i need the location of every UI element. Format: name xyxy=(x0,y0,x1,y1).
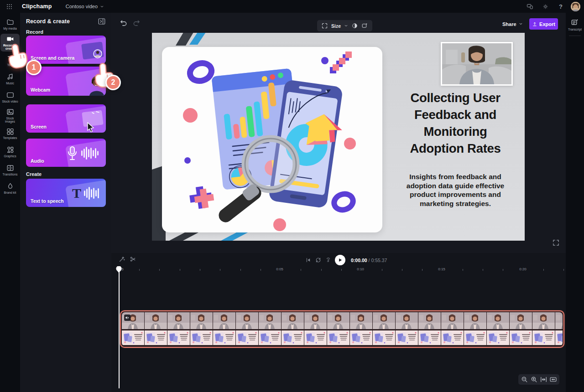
video-thumbnail xyxy=(373,312,395,329)
export-icon xyxy=(532,21,537,27)
canvas-toolbar: Size xyxy=(317,20,372,31)
create-section-label: Create xyxy=(26,171,42,177)
analytics-illustration xyxy=(162,47,382,232)
chevron-down-icon xyxy=(344,24,348,28)
chevron-down-icon xyxy=(519,22,523,26)
video-thumbnail xyxy=(396,312,418,329)
playhead[interactable] xyxy=(116,266,122,388)
video-thumbnail xyxy=(190,312,213,329)
brand-kit-icon xyxy=(6,182,14,190)
filters-icon[interactable] xyxy=(361,22,368,29)
video-thumbnail xyxy=(259,312,281,329)
video-thumbnail xyxy=(167,312,190,329)
current-time: 0:00.00 xyxy=(351,258,367,263)
user-avatar[interactable] xyxy=(571,2,580,11)
stock-video-icon xyxy=(6,91,14,99)
zoom-out-icon[interactable] xyxy=(521,376,528,383)
video-thumbnail xyxy=(418,312,441,329)
slide-thumbnail xyxy=(145,330,167,345)
video-preview-stage[interactable]: Collecting User Feedback and Monitoring … xyxy=(152,33,525,241)
devices-icon[interactable] xyxy=(524,1,535,12)
sidebar-item-templates[interactable]: Templates xyxy=(0,125,20,143)
slide-thumbnail xyxy=(213,330,235,345)
play-button[interactable] xyxy=(335,255,345,265)
slide-thumbnail xyxy=(441,330,464,345)
video-thumbnail xyxy=(555,312,563,329)
zoom-in-icon[interactable] xyxy=(530,376,538,383)
slide-title[interactable]: Collecting User Feedback and Monitoring … xyxy=(384,89,525,157)
audio-muted-badge xyxy=(124,315,130,321)
time-display: 0:00.00 / 0:55.37 xyxy=(351,258,387,263)
slide-thumbnail xyxy=(259,330,281,345)
slide-thumbnail xyxy=(555,330,563,345)
audio-card[interactable]: Audio xyxy=(26,139,106,167)
slide-thumbnail xyxy=(327,330,349,345)
music-icon xyxy=(6,73,14,81)
skip-to-start-icon[interactable] xyxy=(305,257,312,263)
app-launcher-icon[interactable] xyxy=(3,0,16,13)
magic-wand-icon[interactable] xyxy=(119,256,125,263)
slide-thumbnail xyxy=(487,330,509,345)
transcript-icon[interactable] xyxy=(571,18,579,26)
templates-icon xyxy=(6,128,14,135)
time-ruler[interactable]: 0:05 0:10 0:15 0:20 0:25 xyxy=(120,267,565,273)
selected-clip-group[interactable] xyxy=(120,310,564,348)
project-name: Contoso video xyxy=(66,4,98,9)
collapse-panel-icon[interactable] xyxy=(98,17,106,26)
svg-text:T: T xyxy=(72,186,81,201)
effects-icon[interactable] xyxy=(351,22,358,29)
sidebar-item-brand-kit[interactable]: Brand kit xyxy=(0,180,20,197)
help-icon[interactable]: ? xyxy=(555,1,566,12)
slide-thumbnail xyxy=(373,330,395,345)
size-button[interactable]: Size xyxy=(331,23,341,29)
transcript-label: Transcript xyxy=(568,28,582,31)
audio-art xyxy=(64,144,105,163)
scrub-audio-icon[interactable] xyxy=(325,257,332,263)
video-thumbnail xyxy=(327,312,349,329)
loop-icon[interactable] xyxy=(315,257,322,263)
slide-body-text[interactable]: Insights from feedback and adoption data… xyxy=(393,172,518,208)
text-to-speech-card[interactable]: T Text to speech xyxy=(26,179,106,207)
sidebar-item-music[interactable]: Music xyxy=(0,70,20,88)
sidebar-item-my-media[interactable]: My media xyxy=(0,15,20,33)
total-time: / 0:55.37 xyxy=(369,258,387,263)
ruler-label: 0:15 xyxy=(437,267,447,271)
video-thumbnail xyxy=(464,312,486,329)
share-button[interactable]: Share xyxy=(499,19,527,29)
transport-controls: 0:00.00 / 0:55.37 xyxy=(305,255,387,265)
project-name-dropdown[interactable]: Contoso video xyxy=(66,4,104,9)
video-thumbnail xyxy=(350,312,372,329)
settings-gear-icon[interactable] xyxy=(540,1,551,12)
screen-and-camera-card[interactable]: Screen and camera xyxy=(26,36,106,64)
fit-to-width-icon[interactable] xyxy=(540,376,548,383)
zoom-to-fit-icon[interactable] xyxy=(549,376,557,383)
slide-thumbnail xyxy=(282,330,304,345)
tutorial-step-2-badge: 2 xyxy=(105,75,121,90)
sidebar-item-transitions[interactable]: Transitions xyxy=(0,161,20,179)
graphics-icon xyxy=(6,146,14,154)
video-thumbnail xyxy=(487,312,509,329)
video-camera-icon xyxy=(6,35,14,43)
ruler-label: 0:20 xyxy=(518,267,528,271)
sidebar-item-graphics[interactable]: Graphics xyxy=(0,143,20,161)
timeline-zoom-controls xyxy=(518,374,559,385)
top-bar: Clipchamp Contoso video ? xyxy=(0,0,584,13)
record-section-label: Record xyxy=(26,29,43,35)
webcam-overlay[interactable] xyxy=(441,42,513,86)
preview-area: Size Share Export xyxy=(111,13,566,253)
chevron-down-icon xyxy=(100,5,104,9)
video-thumbnail xyxy=(304,312,327,329)
redo-icon[interactable] xyxy=(132,19,141,27)
mouse-cursor-icon xyxy=(87,122,96,133)
undo-icon[interactable] xyxy=(120,19,128,27)
export-button[interactable]: Export xyxy=(529,18,558,30)
sidebar-item-stock-images[interactable]: Stock images xyxy=(0,107,20,124)
scissors-icon[interactable] xyxy=(130,256,136,263)
sidebar-item-stock-video[interactable]: Stock video xyxy=(0,88,20,106)
fullscreen-icon[interactable] xyxy=(552,239,560,247)
slide-thumbnail xyxy=(510,330,532,345)
slide-thumbnail xyxy=(350,330,372,345)
slide-thumbnail xyxy=(167,330,190,345)
video-thumbnail xyxy=(213,312,235,329)
video-thumbnail xyxy=(145,312,167,329)
